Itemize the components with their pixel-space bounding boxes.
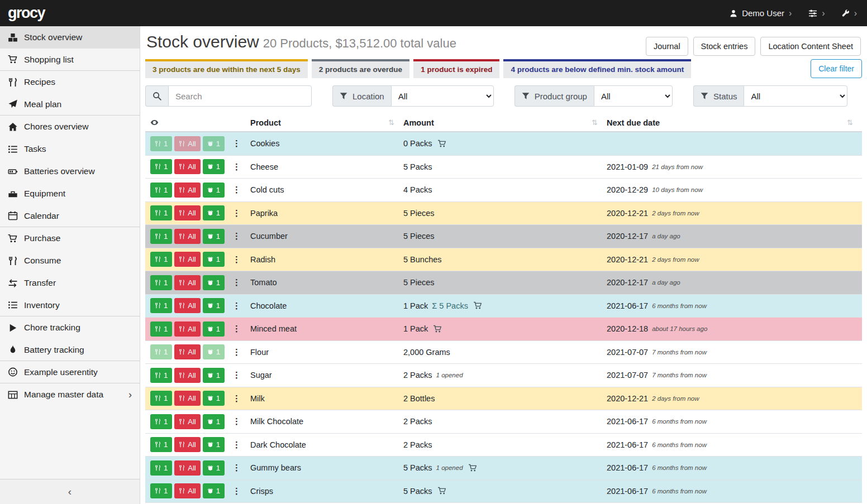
row-menu-button[interactable]: ⋮: [231, 208, 242, 218]
consume-one-button[interactable]: 1: [150, 368, 172, 383]
consume-one-button[interactable]: 1: [150, 460, 172, 476]
consume-one-button[interactable]: 1: [150, 205, 172, 220]
consume-all-button[interactable]: All: [174, 321, 200, 337]
clear-filter-button[interactable]: Clear filter: [811, 59, 862, 78]
sidebar-item-batteries-overview[interactable]: Batteries overview: [0, 160, 140, 183]
banner-below-min-stock[interactable]: 4 products are below defined min. stock …: [503, 59, 691, 78]
consume-one-button[interactable]: 1: [150, 344, 172, 359]
row-menu-button[interactable]: ⋮: [231, 138, 242, 148]
column-amount[interactable]: Amount ⇅: [403, 114, 607, 131]
row-menu-button[interactable]: ⋮: [231, 440, 242, 450]
row-menu-button[interactable]: ⋮: [231, 486, 242, 496]
sidebar-item-manage-master-data[interactable]: Manage master data ›: [0, 383, 140, 406]
eye-icon[interactable]: [150, 118, 159, 127]
column-next-due-date[interactable]: Next due date ⇅: [607, 114, 862, 131]
banner-overdue[interactable]: 2 products are overdue: [312, 59, 409, 78]
row-menu-button[interactable]: ⋮: [231, 277, 242, 287]
banner-due-soon[interactable]: 3 products are due within the next 5 day…: [145, 59, 308, 78]
open-one-button[interactable]: 1: [203, 183, 225, 198]
sidebar-item-purchase[interactable]: Purchase: [0, 227, 140, 249]
consume-one-button[interactable]: 1: [150, 437, 172, 452]
sidebar-item-stock-overview[interactable]: Stock overview: [0, 26, 140, 49]
consume-all-button[interactable]: All: [174, 483, 200, 498]
open-one-button[interactable]: 1: [203, 298, 225, 313]
consume-one-button[interactable]: 1: [150, 159, 172, 174]
location-content-sheet-button[interactable]: Location Content Sheet: [760, 37, 861, 56]
consume-all-button[interactable]: All: [174, 252, 200, 267]
row-menu-button[interactable]: ⋮: [231, 393, 242, 404]
status-select[interactable]: All: [744, 85, 847, 107]
row-menu-button[interactable]: ⋮: [231, 255, 242, 265]
sidebar-item-tasks[interactable]: Tasks: [0, 138, 140, 160]
sidebar-item-chores-overview[interactable]: Chores overview: [0, 116, 140, 138]
consume-one-button[interactable]: 1: [150, 252, 172, 267]
sidebar-item-meal-plan[interactable]: Meal plan: [0, 93, 140, 116]
open-one-button[interactable]: 1: [203, 321, 225, 337]
open-one-button[interactable]: 1: [203, 391, 225, 406]
sidebar-item-consume[interactable]: Consume: [0, 249, 140, 272]
consume-one-button[interactable]: 1: [150, 391, 172, 406]
open-one-button[interactable]: 1: [203, 205, 225, 220]
consume-one-button[interactable]: 1: [150, 229, 172, 244]
open-one-button[interactable]: 1: [203, 437, 225, 452]
consume-one-button[interactable]: 1: [150, 298, 172, 313]
sidebar-item-recipes[interactable]: Recipes: [0, 71, 140, 93]
open-one-button[interactable]: 1: [203, 368, 225, 383]
open-one-button[interactable]: 1: [203, 252, 225, 267]
consume-all-button[interactable]: All: [174, 437, 200, 452]
admin-menu[interactable]: ›: [842, 9, 857, 18]
consume-one-button[interactable]: 1: [150, 183, 172, 198]
open-one-button[interactable]: 1: [203, 159, 225, 174]
sidebar-item-shopping-list[interactable]: Shopping list: [0, 49, 140, 71]
user-menu[interactable]: Demo User ›: [730, 8, 792, 18]
sidebar-item-calendar[interactable]: Calendar: [0, 205, 140, 227]
sidebar-item-battery-tracking[interactable]: Battery tracking: [0, 339, 140, 361]
open-one-button[interactable]: 1: [203, 275, 225, 290]
row-menu-button[interactable]: ⋮: [231, 463, 242, 473]
stock-entries-button[interactable]: Stock entries: [693, 37, 756, 56]
search-input[interactable]: [168, 85, 312, 107]
settings-menu[interactable]: ›: [808, 9, 825, 18]
open-one-button[interactable]: 1: [203, 414, 225, 429]
consume-all-button[interactable]: All: [174, 229, 200, 244]
consume-all-button[interactable]: All: [174, 368, 200, 383]
consume-all-button[interactable]: All: [174, 159, 200, 174]
consume-all-button[interactable]: All: [174, 275, 200, 290]
consume-all-button[interactable]: All: [174, 414, 200, 429]
column-product[interactable]: Product ⇅: [250, 114, 403, 131]
consume-all-button[interactable]: All: [174, 136, 200, 151]
consume-all-button[interactable]: All: [174, 391, 200, 406]
consume-one-button[interactable]: 1: [150, 321, 172, 337]
location-select[interactable]: All: [391, 85, 494, 107]
consume-one-button[interactable]: 1: [150, 275, 172, 290]
open-one-button[interactable]: 1: [203, 483, 225, 498]
consume-all-button[interactable]: All: [174, 298, 200, 313]
open-one-button[interactable]: 1: [203, 460, 225, 476]
row-menu-button[interactable]: ⋮: [231, 162, 242, 172]
row-menu-button[interactable]: ⋮: [231, 231, 242, 241]
row-menu-button[interactable]: ⋮: [231, 416, 242, 426]
sidebar-item-transfer[interactable]: Transfer: [0, 272, 140, 294]
consume-all-button[interactable]: All: [174, 183, 200, 198]
row-menu-button[interactable]: ⋮: [231, 370, 242, 380]
sidebar-item-inventory[interactable]: Inventory: [0, 294, 140, 316]
row-menu-button[interactable]: ⋮: [231, 185, 242, 195]
journal-button[interactable]: Journal: [646, 37, 688, 56]
row-menu-button[interactable]: ⋮: [231, 347, 242, 357]
sidebar-item-equipment[interactable]: Equipment: [0, 183, 140, 205]
sidebar-item-chore-tracking[interactable]: Chore tracking: [0, 316, 140, 339]
consume-one-button[interactable]: 1: [150, 414, 172, 429]
sidebar-collapse-button[interactable]: ‹: [0, 479, 140, 504]
consume-one-button[interactable]: 1: [150, 136, 172, 151]
open-one-button[interactable]: 1: [203, 136, 225, 151]
consume-all-button[interactable]: All: [174, 205, 200, 220]
consume-one-button[interactable]: 1: [150, 483, 172, 498]
banner-expired[interactable]: 1 product is expired: [413, 59, 499, 78]
product-group-select[interactable]: All: [594, 85, 673, 107]
open-one-button[interactable]: 1: [203, 229, 225, 244]
open-one-button[interactable]: 1: [203, 344, 225, 359]
consume-all-button[interactable]: All: [174, 344, 200, 359]
sidebar-item-example-userentity[interactable]: Example userentity: [0, 361, 140, 383]
row-menu-button[interactable]: ⋮: [231, 301, 242, 311]
consume-all-button[interactable]: All: [174, 460, 200, 476]
